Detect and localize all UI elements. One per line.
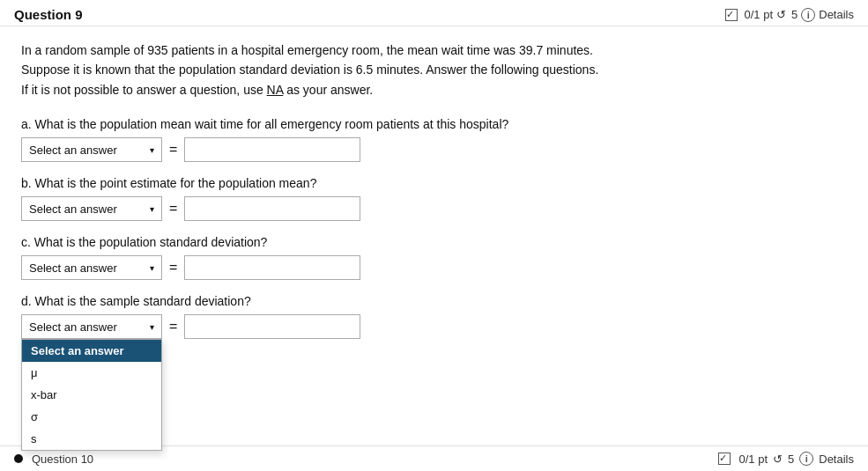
rotate-icon: ↺ <box>776 8 786 21</box>
part-d-dropdown-menu: Select an answer μ x-bar σ s <box>21 339 162 451</box>
part-c-input-row: Select an answer ▾ = <box>21 255 847 280</box>
dropdown-item-sigma[interactable]: σ <box>22 406 161 428</box>
part-a-input-row: Select an answer ▾ = <box>21 137 847 162</box>
part-a-input[interactable] <box>184 137 360 162</box>
part-a-chevron-icon: ▾ <box>150 145 154 155</box>
part-d-chevron-icon: ▾ <box>150 322 154 332</box>
dropdown-item-mu[interactable]: μ <box>22 362 161 384</box>
info-icon[interactable]: i <box>801 8 815 22</box>
problem-line1: In a random sample of 935 patients in a … <box>21 40 847 60</box>
part-b-input-row: Select an answer ▾ = <box>21 196 847 221</box>
bottom-retry-count: 5 <box>788 453 794 466</box>
details-label: Details <box>819 8 854 21</box>
part-a-label: a. What is the population mean wait time… <box>21 115 847 134</box>
question-title: Question 9 <box>14 7 83 22</box>
bottom-rotate-icon: ↺ <box>773 453 783 466</box>
part-a-select-text: Select an answer <box>29 144 117 157</box>
part-a: a. What is the population mean wait time… <box>21 115 847 162</box>
part-b-chevron-icon: ▾ <box>150 204 154 214</box>
bottom-right: 0/1 pt ↺ 5 i Details <box>718 452 854 466</box>
problem-text: In a random sample of 935 patients in a … <box>21 40 847 99</box>
retry-count: 5 <box>791 8 798 21</box>
bullet-icon <box>14 454 23 463</box>
score-badge: 0/1 pt ↺ 5 i Details <box>725 8 854 22</box>
part-b-select-text: Select an answer <box>29 202 117 216</box>
bottom-info-icon[interactable]: i <box>799 452 813 466</box>
bottom-left: Question 10 <box>14 453 93 466</box>
part-c: c. What is the population standard devia… <box>21 233 847 280</box>
part-c-equals: = <box>169 260 177 276</box>
part-c-input[interactable] <box>184 255 360 280</box>
part-d-input-row: Select an answer ▾ Select an answer μ x-… <box>21 314 847 339</box>
dropdown-item-s[interactable]: s <box>22 428 161 450</box>
dropdown-item-xbar[interactable]: x-bar <box>22 384 161 406</box>
content-area: In a random sample of 935 patients in a … <box>0 26 868 393</box>
problem-line3: If it is not possible to answer a questi… <box>21 80 847 99</box>
part-a-select[interactable]: Select an answer ▾ <box>21 137 162 162</box>
part-d: d. What is the sample standard deviation… <box>21 292 847 339</box>
part-b: b. What is the point estimate for the po… <box>21 174 847 221</box>
part-c-chevron-icon: ▾ <box>150 263 154 273</box>
next-question-label: Question 10 <box>32 453 93 466</box>
part-d-dropdown-container: Select an answer ▾ Select an answer μ x-… <box>21 314 162 339</box>
checkbox-icon <box>725 9 738 21</box>
part-b-label: b. What is the point estimate for the po… <box>21 174 847 193</box>
header-right: 0/1 pt ↺ 5 i Details <box>725 8 854 22</box>
bottom-details-label: Details <box>819 453 854 466</box>
part-b-input[interactable] <box>184 196 360 221</box>
part-d-input[interactable] <box>184 314 360 339</box>
part-c-select-text: Select an answer <box>29 261 117 275</box>
part-d-label: d. What is the sample standard deviation… <box>21 292 847 311</box>
part-d-select-text: Select an answer <box>29 320 117 334</box>
score-value: 0/1 pt <box>744 8 773 21</box>
details-link[interactable]: Details <box>819 8 854 21</box>
problem-line2: Suppose it is known that the population … <box>21 60 847 79</box>
part-b-select[interactable]: Select an answer ▾ <box>21 196 162 221</box>
bottom-checkbox-icon <box>718 453 731 465</box>
part-d-select[interactable]: Select an answer ▾ <box>21 314 162 339</box>
dropdown-menu-header: Select an answer <box>22 340 161 362</box>
part-c-select[interactable]: Select an answer ▾ <box>21 255 162 280</box>
bottom-details-link[interactable]: Details <box>819 453 854 466</box>
part-c-label: c. What is the population standard devia… <box>21 233 847 252</box>
part-b-equals: = <box>169 201 177 217</box>
part-d-equals: = <box>169 319 177 335</box>
bottom-score: 0/1 pt <box>738 453 768 466</box>
part-a-equals: = <box>169 142 177 158</box>
